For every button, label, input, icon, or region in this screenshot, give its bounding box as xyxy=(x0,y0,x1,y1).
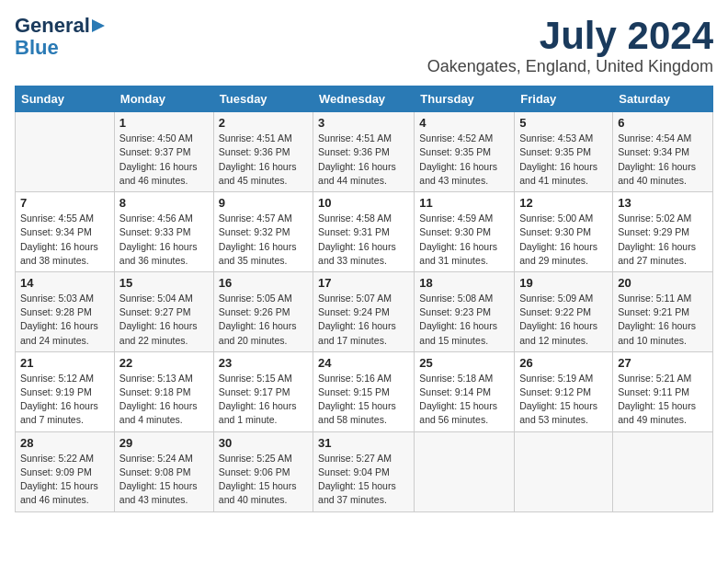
column-header-monday: Monday xyxy=(114,86,213,112)
day-info: Sunrise: 5:05 AM Sunset: 9:26 PM Dayligh… xyxy=(219,292,308,348)
day-number: 1 xyxy=(119,116,209,130)
calendar-cell: 6Sunrise: 4:54 AM Sunset: 9:34 PM Daylig… xyxy=(613,112,713,192)
day-info: Sunrise: 5:09 AM Sunset: 9:22 PM Dayligh… xyxy=(519,292,608,348)
day-number: 14 xyxy=(20,276,109,290)
calendar-cell: 17Sunrise: 5:07 AM Sunset: 9:24 PM Dayli… xyxy=(313,271,415,351)
day-info: Sunrise: 4:55 AM Sunset: 9:34 PM Dayligh… xyxy=(20,212,109,268)
day-info: Sunrise: 5:03 AM Sunset: 9:28 PM Dayligh… xyxy=(20,292,109,348)
day-info: Sunrise: 5:19 AM Sunset: 9:12 PM Dayligh… xyxy=(519,372,608,428)
day-info: Sunrise: 4:50 AM Sunset: 9:37 PM Dayligh… xyxy=(119,132,209,188)
calendar-table: SundayMondayTuesdayWednesdayThursdayFrid… xyxy=(15,86,713,511)
day-info: Sunrise: 5:04 AM Sunset: 9:27 PM Dayligh… xyxy=(119,292,209,348)
day-number: 26 xyxy=(519,356,608,370)
day-info: Sunrise: 4:59 AM Sunset: 9:30 PM Dayligh… xyxy=(419,212,509,268)
calendar-cell: 12Sunrise: 5:00 AM Sunset: 9:30 PM Dayli… xyxy=(515,192,613,272)
day-info: Sunrise: 5:08 AM Sunset: 9:23 PM Dayligh… xyxy=(419,292,509,348)
calendar-cell: 7Sunrise: 4:55 AM Sunset: 9:34 PM Daylig… xyxy=(16,192,115,272)
day-number: 22 xyxy=(119,356,209,370)
calendar-cell: 22Sunrise: 5:13 AM Sunset: 9:18 PM Dayli… xyxy=(114,351,213,431)
day-info: Sunrise: 4:54 AM Sunset: 9:34 PM Dayligh… xyxy=(618,132,708,188)
day-number: 10 xyxy=(318,196,409,210)
calendar-cell: 4Sunrise: 4:52 AM Sunset: 9:35 PM Daylig… xyxy=(415,112,515,192)
column-header-sunday: Sunday xyxy=(16,86,115,112)
day-info: Sunrise: 5:11 AM Sunset: 9:21 PM Dayligh… xyxy=(618,292,708,348)
day-number: 28 xyxy=(20,436,109,450)
day-number: 3 xyxy=(318,116,409,130)
day-info: Sunrise: 4:58 AM Sunset: 9:31 PM Dayligh… xyxy=(318,212,409,268)
day-number: 8 xyxy=(119,196,209,210)
day-info: Sunrise: 5:00 AM Sunset: 9:30 PM Dayligh… xyxy=(519,212,608,268)
location-title: Oakengates, England, United Kingdom xyxy=(427,57,713,76)
page-header: General Blue July 2024 Oakengates, Engla… xyxy=(15,15,713,76)
day-number: 18 xyxy=(419,276,509,290)
day-number: 5 xyxy=(519,116,608,130)
month-title: July 2024 xyxy=(427,15,713,57)
calendar-cell: 27Sunrise: 5:21 AM Sunset: 9:11 PM Dayli… xyxy=(613,351,713,431)
calendar-cell xyxy=(613,431,713,511)
calendar-cell: 21Sunrise: 5:12 AM Sunset: 9:19 PM Dayli… xyxy=(16,351,115,431)
day-number: 24 xyxy=(318,356,409,370)
day-info: Sunrise: 5:22 AM Sunset: 9:09 PM Dayligh… xyxy=(20,452,109,508)
calendar-cell: 29Sunrise: 5:24 AM Sunset: 9:08 PM Dayli… xyxy=(114,431,213,511)
day-number: 9 xyxy=(219,196,308,210)
calendar-week-row: 7Sunrise: 4:55 AM Sunset: 9:34 PM Daylig… xyxy=(16,192,713,272)
day-number: 4 xyxy=(419,116,509,130)
calendar-cell: 15Sunrise: 5:04 AM Sunset: 9:27 PM Dayli… xyxy=(114,271,213,351)
calendar-cell: 20Sunrise: 5:11 AM Sunset: 9:21 PM Dayli… xyxy=(613,271,713,351)
day-info: Sunrise: 5:25 AM Sunset: 9:06 PM Dayligh… xyxy=(219,452,308,508)
day-number: 27 xyxy=(618,356,708,370)
day-number: 31 xyxy=(318,436,409,450)
day-number: 20 xyxy=(618,276,708,290)
calendar-cell xyxy=(415,431,515,511)
svg-marker-0 xyxy=(92,19,105,32)
calendar-cell: 26Sunrise: 5:19 AM Sunset: 9:12 PM Dayli… xyxy=(515,351,613,431)
logo: General Blue xyxy=(15,15,107,59)
day-number: 11 xyxy=(419,196,509,210)
calendar-cell: 25Sunrise: 5:18 AM Sunset: 9:14 PM Dayli… xyxy=(415,351,515,431)
calendar-cell: 8Sunrise: 4:56 AM Sunset: 9:33 PM Daylig… xyxy=(114,192,213,272)
day-info: Sunrise: 5:02 AM Sunset: 9:29 PM Dayligh… xyxy=(618,212,708,268)
day-number: 30 xyxy=(219,436,308,450)
day-number: 6 xyxy=(618,116,708,130)
day-number: 21 xyxy=(20,356,109,370)
calendar-cell: 10Sunrise: 4:58 AM Sunset: 9:31 PM Dayli… xyxy=(313,192,415,272)
calendar-cell: 9Sunrise: 4:57 AM Sunset: 9:32 PM Daylig… xyxy=(213,192,313,272)
column-header-wednesday: Wednesday xyxy=(313,86,415,112)
day-info: Sunrise: 5:15 AM Sunset: 9:17 PM Dayligh… xyxy=(219,372,308,428)
column-header-tuesday: Tuesday xyxy=(213,86,313,112)
day-number: 16 xyxy=(219,276,308,290)
calendar-week-row: 14Sunrise: 5:03 AM Sunset: 9:28 PM Dayli… xyxy=(16,271,713,351)
calendar-week-row: 1Sunrise: 4:50 AM Sunset: 9:37 PM Daylig… xyxy=(16,112,713,192)
day-info: Sunrise: 4:57 AM Sunset: 9:32 PM Dayligh… xyxy=(219,212,308,268)
day-number: 13 xyxy=(618,196,708,210)
day-info: Sunrise: 5:27 AM Sunset: 9:04 PM Dayligh… xyxy=(318,452,409,508)
column-header-saturday: Saturday xyxy=(613,86,713,112)
day-number: 2 xyxy=(219,116,308,130)
calendar-cell: 31Sunrise: 5:27 AM Sunset: 9:04 PM Dayli… xyxy=(313,431,415,511)
title-area: July 2024 Oakengates, England, United Ki… xyxy=(427,15,713,76)
calendar-cell: 3Sunrise: 4:51 AM Sunset: 9:36 PM Daylig… xyxy=(313,112,415,192)
calendar-cell: 28Sunrise: 5:22 AM Sunset: 9:09 PM Dayli… xyxy=(16,431,115,511)
day-info: Sunrise: 4:51 AM Sunset: 9:36 PM Dayligh… xyxy=(318,132,409,188)
calendar-cell: 1Sunrise: 4:50 AM Sunset: 9:37 PM Daylig… xyxy=(114,112,213,192)
calendar-cell: 14Sunrise: 5:03 AM Sunset: 9:28 PM Dayli… xyxy=(16,271,115,351)
day-number: 25 xyxy=(419,356,509,370)
column-header-friday: Friday xyxy=(515,86,613,112)
calendar-cell xyxy=(16,112,115,192)
day-info: Sunrise: 5:21 AM Sunset: 9:11 PM Dayligh… xyxy=(618,372,708,428)
logo-text-blue: Blue xyxy=(15,37,59,59)
day-info: Sunrise: 5:24 AM Sunset: 9:08 PM Dayligh… xyxy=(119,452,209,508)
calendar-cell: 23Sunrise: 5:15 AM Sunset: 9:17 PM Dayli… xyxy=(213,351,313,431)
day-number: 7 xyxy=(20,196,109,210)
day-number: 29 xyxy=(119,436,209,450)
calendar-cell: 30Sunrise: 5:25 AM Sunset: 9:06 PM Dayli… xyxy=(213,431,313,511)
calendar-cell: 16Sunrise: 5:05 AM Sunset: 9:26 PM Dayli… xyxy=(213,271,313,351)
calendar-week-row: 28Sunrise: 5:22 AM Sunset: 9:09 PM Dayli… xyxy=(16,431,713,511)
day-info: Sunrise: 4:52 AM Sunset: 9:35 PM Dayligh… xyxy=(419,132,509,188)
day-number: 23 xyxy=(219,356,308,370)
logo-text-general: General xyxy=(15,15,90,37)
column-header-thursday: Thursday xyxy=(415,86,515,112)
calendar-cell: 11Sunrise: 4:59 AM Sunset: 9:30 PM Dayli… xyxy=(415,192,515,272)
calendar-cell: 5Sunrise: 4:53 AM Sunset: 9:35 PM Daylig… xyxy=(515,112,613,192)
calendar-cell: 2Sunrise: 4:51 AM Sunset: 9:36 PM Daylig… xyxy=(213,112,313,192)
